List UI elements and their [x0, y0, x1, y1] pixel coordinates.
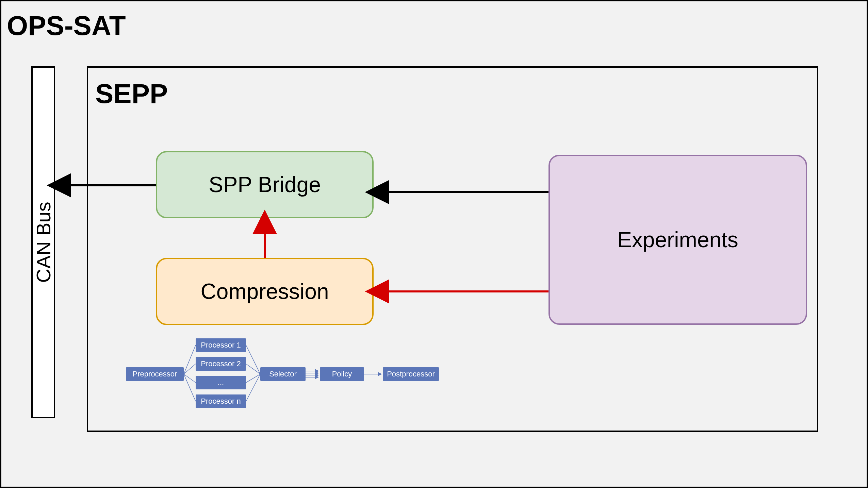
svg-line-5: [246, 364, 260, 374]
pipeline-preprocessor: Preprocessor: [126, 367, 184, 381]
pipeline-processor-1: Processor 1: [196, 338, 246, 352]
pipeline-diagram: Preprocessor Processor 1 Processor 2 ...…: [126, 328, 442, 410]
svg-line-4: [246, 345, 260, 374]
experiments-node: Experiments: [548, 155, 807, 325]
pipeline-processor-n: Processor n: [196, 394, 246, 408]
pipeline-policy: Policy: [320, 367, 364, 381]
can-bus-label: CAN Bus: [32, 202, 55, 283]
experiments-label: Experiments: [617, 227, 738, 252]
pipeline-selector: Selector: [260, 367, 306, 381]
page-title: OPS-SAT: [7, 10, 126, 41]
spp-bridge-node: SPP Bridge: [156, 151, 374, 218]
pipeline-processor-ellipsis: ...: [196, 376, 246, 389]
svg-line-0: [184, 345, 196, 374]
can-bus-box: CAN Bus: [31, 66, 55, 418]
compression-node: Compression: [156, 258, 374, 325]
sepp-label: SEPP: [95, 78, 168, 110]
svg-line-1: [184, 364, 196, 374]
compression-label: Compression: [200, 279, 329, 304]
pipeline-postprocessor: Postprocessor: [383, 367, 439, 381]
pipeline-processor-2: Processor 2: [196, 357, 246, 371]
spp-bridge-label: SPP Bridge: [209, 172, 321, 197]
